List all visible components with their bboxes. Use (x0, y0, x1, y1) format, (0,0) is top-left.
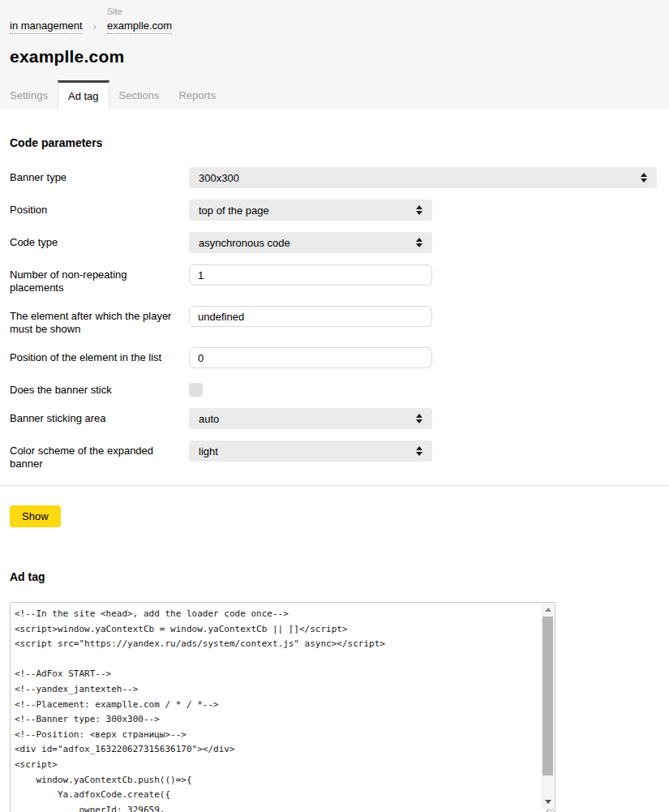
select-arrows-icon (641, 173, 647, 183)
vertical-scrollbar[interactable] (541, 603, 555, 809)
color-scheme-value: light (199, 445, 218, 458)
scroll-down-button[interactable] (541, 795, 555, 809)
show-button[interactable]: Show (10, 505, 61, 527)
resize-handle-icon[interactable] (541, 809, 555, 812)
form-row-banner-type: Banner type 300x300 (0, 167, 669, 188)
page: in management › Site examplle.com exampl… (0, 0, 669, 812)
form-row-color-scheme: Color scheme of the expanded banner ligh… (0, 440, 669, 470)
form-row-element-after: The element after which the player must … (0, 306, 669, 336)
tab-bar: Settings Ad tag Sections Reports (0, 80, 225, 110)
select-arrows-icon (416, 205, 422, 215)
code-parameters-form: Banner type 300x300 Position top of the … (0, 167, 669, 470)
tab-reports[interactable]: Reports (169, 80, 225, 110)
banner-type-label: Banner type (10, 167, 189, 188)
position-value: top of the page (199, 204, 269, 217)
site-header: in management › Site examplle.com exampl… (0, 0, 669, 110)
site-label: Site (107, 6, 172, 17)
select-arrows-icon (416, 446, 422, 456)
sticking-area-value: auto (199, 413, 219, 425)
position-label: Position (10, 200, 189, 221)
sticking-area-label: Banner sticking area (10, 408, 189, 429)
banner-type-value: 300x300 (199, 172, 239, 184)
code-type-label: Code type (10, 232, 189, 253)
triangle-up-icon (545, 608, 551, 612)
ad-tag-heading: Ad tag (10, 570, 669, 583)
placements-count-input[interactable] (189, 264, 432, 286)
form-row-element-position: Position of the element in the list (0, 347, 669, 368)
element-after-input[interactable] (189, 306, 432, 327)
color-scheme-select[interactable]: light (189, 440, 432, 462)
code-type-value: asynchronous code (199, 237, 290, 249)
code-parameters-heading: Code parameters (10, 136, 669, 149)
triangle-down-icon (545, 800, 551, 804)
page-title: examplle.com (10, 47, 669, 67)
breadcrumb-link-site[interactable]: examplle.com (107, 19, 172, 34)
breadcrumb: in management › Site examplle.com (0, 0, 669, 34)
tab-ad-tag[interactable]: Ad tag (58, 80, 109, 110)
color-scheme-label: Color scheme of the expanded banner (10, 440, 189, 470)
form-row-banner-stick: Does the banner stick (0, 380, 669, 397)
position-select[interactable]: top of the page (189, 200, 432, 221)
chevron-right-icon: › (93, 19, 96, 34)
scrollbar-thumb[interactable] (542, 617, 553, 775)
element-position-label: Position of the element in the list (10, 347, 189, 368)
code-type-select[interactable]: asynchronous code (189, 232, 432, 253)
banner-type-select[interactable]: 300x300 (189, 167, 657, 188)
select-arrows-icon (416, 414, 422, 423)
form-row-placements-count: Number of non-repeating placements (0, 264, 669, 294)
placements-count-label: Number of non-repeating placements (10, 264, 189, 294)
banner-stick-label: Does the banner stick (10, 380, 189, 397)
breadcrumb-site-group: Site examplle.com (107, 6, 172, 34)
element-after-label: The element after which the player must … (10, 306, 189, 336)
scroll-up-button[interactable] (541, 603, 555, 617)
form-row-sticking-area: Banner sticking area auto (0, 408, 669, 429)
form-row-code-type: Code type asynchronous code (0, 232, 669, 253)
tab-settings[interactable]: Settings (0, 80, 58, 110)
section-divider (0, 485, 669, 486)
form-row-position: Position top of the page (0, 200, 669, 221)
ad-tag-code-textarea[interactable]: <!--In the site <head>, add the loader c… (10, 602, 555, 812)
ad-tag-code-text: <!--In the site <head>, add the loader c… (11, 603, 555, 812)
element-position-input[interactable] (189, 347, 432, 368)
breadcrumb-link-management[interactable]: in management (10, 19, 83, 34)
sticking-area-select[interactable]: auto (189, 408, 432, 429)
banner-stick-checkbox[interactable] (189, 383, 203, 397)
select-arrows-icon (416, 238, 422, 247)
tab-sections[interactable]: Sections (109, 80, 169, 110)
